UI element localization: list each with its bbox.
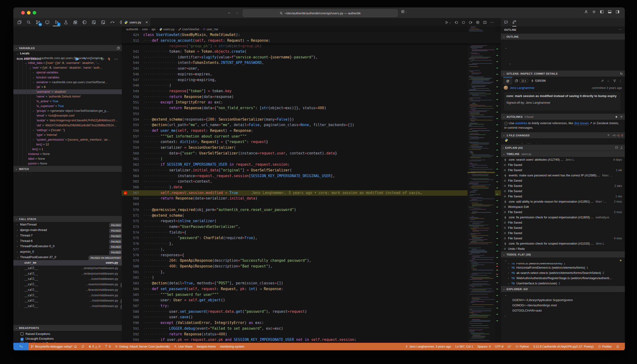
outline-item[interactable]: ⌄UserGroupSerializer [501, 45, 625, 50]
tree-chevron-icon[interactable]: › [508, 270, 511, 276]
history-forward-icon[interactable]: → [235, 10, 239, 14]
code-line[interactable]: 586········user: User = self.get_object(… [122, 298, 501, 303]
breakpoint-row[interactable]: User Uncaught Exceptions [13, 341, 122, 343]
code-line[interactable]: 572········request=inline_serializer( [122, 218, 501, 224]
open-change-button[interactable] [462, 20, 465, 24]
code-line[interactable]: 584····def set_password(self, request: R… [122, 286, 501, 292]
code-line[interactable]: 581········}, [122, 269, 501, 275]
go-tools-row[interactable]: › tools [501, 313, 625, 318]
variables-section-header[interactable]: ⌄VARIABLES [13, 45, 122, 51]
status-python-interpreter[interactable]: 3.12.8 ('authentik-xEAhpGPh-py3.12': Poe… [531, 345, 596, 348]
variable-row[interactable]: ⌄initial_data = {'user': {'pk': 6, 'user… [13, 60, 122, 65]
code-line[interactable]: 573············name="UserPasswordSetSeri… [122, 224, 501, 230]
commit-sha[interactable]: f285096 [531, 79, 546, 82]
code-line[interactable]: 574············fields={ [122, 230, 501, 236]
status-encoding[interactable]: UTF-8 [493, 345, 506, 348]
section-chevron-icon[interactable]: ⌄ [503, 35, 505, 38]
variable-row[interactable]: 'avatar' = 'data:image/svg+xml;base64,PH… [13, 118, 122, 123]
timeline-section-header[interactable]: ⌄TIMELINEusers.py [501, 151, 625, 157]
timeline-item[interactable]: Undo / Redo [501, 246, 625, 252]
thread-row[interactable]: ›ThreadPoolExecutor-0_0PAUSED [13, 244, 122, 249]
call-stack-section-header[interactable]: ⌄CALL STACK [13, 216, 122, 222]
activity-remote-explorer[interactable] [44, 19, 51, 26]
timeline-item[interactable]: File Saved [501, 188, 625, 194]
variable-row[interactable]: 'pk' = 6 [13, 84, 122, 90]
code-line[interactable]: 578········responses={ [122, 252, 501, 258]
tree-chevron-icon[interactable]: ⌄ [17, 254, 20, 260]
split-editor-button[interactable] [483, 20, 487, 24]
outline-section-header[interactable]: ⌄OUTLINE [501, 34, 625, 40]
outline-item[interactable]: model [501, 66, 625, 68]
thread-row[interactable]: ⌄ThreadPoolExecutor-37_0PAUSED ON BREAKP… [13, 254, 122, 260]
code-line[interactable]: 547················expiring=expiring, [122, 77, 501, 83]
code-line[interactable]: 564················instance=request._req… [122, 173, 501, 179]
code-line[interactable]: 559········serializer = SessionUserSeria… [122, 145, 501, 151]
variable-row[interactable]: parent = None [13, 161, 122, 166]
variable-row[interactable]: ›function variables [13, 75, 122, 80]
timeline-item[interactable]: core: fix permission check for scoped im… [501, 241, 625, 246]
close-window-button[interactable] [21, 11, 25, 14]
timeline-item[interactable]: File Saved [501, 178, 625, 183]
code-line[interactable]: 545················user=user, [122, 66, 501, 72]
tree-chevron-icon[interactable]: ⌄ [509, 61, 512, 66]
stack-frame-row[interactable]: __call__318:1.../root/middleware.py [13, 304, 122, 309]
code-line[interactable]: 575················"password": CharField… [122, 235, 501, 241]
back-icon[interactable]: ← [607, 79, 610, 82]
tree-chevron-icon[interactable]: › [17, 244, 20, 249]
timeline-item[interactable]: File Saved4 mos [501, 236, 625, 241]
tree-chevron-icon[interactable]: ⌄ [25, 60, 28, 65]
breakpoint-row[interactable]: ✓Uncaught Exceptions [13, 336, 122, 341]
gitlens-section-header-actions[interactable]: ↻ [620, 72, 623, 76]
tree-chevron-icon[interactable]: › [33, 128, 36, 132]
activity-github-pull-requests[interactable] [90, 19, 97, 26]
run-python-file-button[interactable]: ⌄ [445, 20, 451, 24]
stack-frame-row[interactable]: __call__39:1.../enterprise/middleware.py [13, 271, 122, 276]
panel-more-actions[interactable]: ⋯ [619, 28, 622, 31]
run-dropdown-chevron[interactable]: ⌄ [449, 21, 451, 24]
previous-change-button[interactable] [454, 20, 458, 24]
activity-source-control[interactable]: 12 [34, 19, 42, 26]
commit-toolbar-actions[interactable]: ←⋮ [601, 79, 625, 83]
todo-file-row[interactable]: ›TSHorizontalFormElement.ts (web/src/ele… [501, 265, 625, 270]
toggle-sidebar-icon[interactable] [600, 10, 604, 14]
tree-chevron-icon[interactable]: › [33, 70, 36, 75]
activity-github[interactable] [81, 19, 88, 26]
thread-row[interactable]: ›MainThreadPAUSED [13, 222, 122, 228]
code-line[interactable]: 567········self.request.session.modified… [122, 190, 501, 196]
breadcrumb-item[interactable]: api [152, 28, 156, 31]
variable-row[interactable]: ⌄Locals [13, 51, 122, 56]
todos-section-header[interactable]: ⌄TODOS: FLAT (39) [501, 252, 625, 258]
jira-issues-link[interactable]: Jira issues [574, 121, 588, 125]
variable-row[interactable]: 'email' = 'root@example.com' [13, 113, 122, 118]
section-chevron-icon[interactable]: ⌄ [15, 326, 18, 330]
code-line[interactable]: 543················identifier=slugify(va… [122, 54, 501, 60]
variable-row[interactable]: 'name' = 'authentik Default Admin' [13, 94, 122, 99]
code-line[interactable]: 565················context=context, [122, 179, 501, 184]
status-problems[interactable]: ⊗0△0 [86, 345, 102, 348]
status-indentation[interactable]: Spaces: 4 [475, 345, 493, 348]
status-prettier[interactable]: Prettier [596, 345, 614, 348]
code-line[interactable]: 557········"""Get information about curr… [122, 134, 501, 140]
code-line[interactable]: 551········except IntegrityError as exc: [122, 100, 501, 105]
overview-ruler[interactable] [495, 26, 501, 343]
activity-github-pr-queries[interactable] [100, 19, 106, 26]
code-line[interactable]: 554····@extend_schema(responses={200: Se… [122, 117, 501, 122]
code-line[interactable]: 579············204: OpenApiResponse(desc… [122, 258, 501, 264]
status-monitoring-system[interactable]: monitoring-system [218, 345, 246, 348]
thread-row[interactable]: ›asyncio_0PAUSED [13, 249, 122, 254]
variable-row[interactable]: 'username' = 'akadmin' [13, 90, 122, 94]
tree-chevron-icon[interactable]: ⌄ [29, 65, 32, 70]
tree-chevron-icon[interactable]: › [33, 80, 36, 84]
section-chevron-icon[interactable]: ⌄ [503, 72, 505, 75]
code-line[interactable]: 592············return Response(status=40… [122, 332, 501, 337]
activity-extensions[interactable] [72, 19, 79, 26]
status-beryjuio-home[interactable]: beryjuio-home [195, 345, 218, 348]
kebab-icon[interactable]: ⋮ [619, 79, 622, 83]
tree-chevron-icon[interactable]: ⌄ [505, 292, 508, 298]
code-line[interactable]: 553 [122, 111, 501, 117]
variable-row[interactable]: ›special variables [13, 70, 122, 75]
stack-frame-row[interactable]: __call__39:1.../enterprise/middleware.py [13, 266, 122, 271]
section-chevron-icon[interactable]: ⌄ [503, 134, 505, 137]
code-line[interactable]: 587········try: [122, 303, 501, 309]
variable-row[interactable]: ›'system_permissions' = ['access_admin_i… [13, 137, 122, 142]
